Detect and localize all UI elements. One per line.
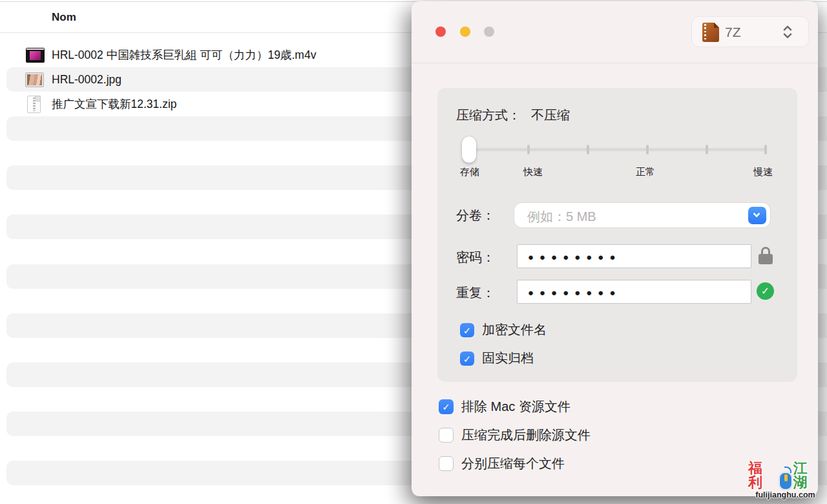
chevron-down-icon — [753, 210, 760, 217]
volumes-placeholder: 例如：5 MB — [527, 208, 596, 226]
image-thumbnail-icon — [26, 73, 43, 87]
titlebar-divider — [412, 63, 818, 63]
checkbox-exclude-mac-resources[interactable]: ✓ — [439, 399, 454, 414]
slider-tick — [706, 145, 708, 154]
compression-dialog: 7Z 压缩方式：不压缩 存储 快速 正常 慢速 分卷： 例如：5 MB — [412, 1, 818, 496]
slider-label-fast: 快速 — [523, 166, 543, 178]
checkbox-label: 加密文件名 — [482, 321, 547, 339]
slider-tick — [527, 145, 530, 154]
minimize-button[interactable] — [460, 26, 470, 37]
repeat-label: 重复： — [456, 284, 495, 302]
stepper-icon[interactable] — [782, 25, 794, 40]
volumes-input[interactable]: 例如：5 MB — [514, 202, 771, 228]
password-value: ●●●●●●●● — [528, 251, 621, 262]
checkbox-label: 固实归档 — [482, 350, 534, 367]
slider-track[interactable] — [469, 148, 766, 151]
option-compress-separately[interactable]: ✓ 分别压缩每个文件 — [439, 455, 565, 472]
7z-file-icon — [702, 23, 719, 42]
video-thumbnail-icon — [26, 48, 45, 63]
checkbox-solid-archive[interactable]: ✓ — [460, 352, 474, 366]
close-button[interactable] — [435, 26, 446, 37]
fullscreen-button[interactable] — [484, 26, 494, 37]
slider-label-store: 存储 — [460, 166, 479, 178]
compression-method-line: 压缩方式：不压缩 — [456, 107, 570, 124]
watermark: 福利 江湖 fulijianghu.com — [748, 461, 822, 499]
checkmark-icon: ✓ — [460, 323, 474, 337]
volumes-label: 分卷： — [456, 207, 495, 224]
checkbox-label: 分别压缩每个文件 — [461, 455, 565, 472]
watermark-text-red: 福利 — [748, 461, 778, 490]
watermark-domain: fulijianghu.com — [748, 490, 822, 499]
file-name: HRL-0002 中国雑技系巨乳組 可可（力力）19歳.m4v — [52, 47, 316, 63]
repeat-password-value: ●●●●●●●● — [528, 287, 621, 298]
option-exclude-mac-resources[interactable]: ✓ 排除 Mac 资源文件 — [439, 398, 571, 415]
format-value: 7Z — [725, 25, 741, 40]
options-panel: 压缩方式：不压缩 存储 快速 正常 慢速 分卷： 例如：5 MB 密码： ●●●… — [437, 88, 797, 382]
password-input[interactable]: ●●●●●●●● — [517, 244, 751, 268]
file-row-m4v[interactable]: HRL-0002 中国雑技系巨乳組 可可（力力）19歳.m4v — [0, 43, 414, 67]
repeat-password-input[interactable]: ●●●●●●●● — [517, 280, 751, 304]
file-row-zip[interactable]: 推广文宣下载新12.31.zip — [0, 92, 414, 116]
slider-thumb[interactable] — [462, 136, 476, 163]
slider-label-slow: 慢速 — [753, 166, 773, 178]
watermark-text-green: 江湖 — [793, 461, 822, 490]
option-solid-archive[interactable]: ✓ 固实归档 — [460, 350, 534, 367]
zip-document-icon — [27, 96, 41, 113]
checkbox-delete-source-after[interactable]: ✓ — [439, 428, 454, 443]
compression-slider[interactable] — [469, 136, 766, 164]
column-header-name[interactable]: Nom — [52, 11, 76, 24]
file-name: HRL-0002.jpg — [52, 73, 121, 87]
compression-method-value: 不压缩 — [531, 108, 570, 122]
checkmark-icon: ✓ — [460, 352, 474, 366]
checkbox-label: 压缩完成后删除源文件 — [461, 426, 591, 444]
file-row-jpg[interactable]: HRL-0002.jpg — [0, 67, 414, 92]
slider-label-normal: 正常 — [636, 166, 655, 178]
password-label: 密码： — [456, 249, 495, 266]
checkbox-encrypt-filenames[interactable]: ✓ — [460, 323, 474, 337]
compression-method-label: 压缩方式： — [456, 108, 521, 122]
checkbox-label: 排除 Mac 资源文件 — [461, 398, 571, 415]
slider-tick — [764, 145, 767, 154]
slider-tick — [587, 145, 589, 154]
green-check-icon: ✓ — [757, 282, 774, 300]
format-selector[interactable]: 7Z — [691, 16, 809, 47]
option-encrypt-filenames[interactable]: ✓ 加密文件名 — [460, 321, 547, 339]
mouse-icon — [779, 468, 793, 490]
slider-tick — [646, 145, 649, 154]
volumes-dropdown-button[interactable] — [748, 207, 766, 224]
checkmark-icon: ✓ — [439, 399, 454, 414]
file-name: 推广文宣下载新12.31.zip — [52, 96, 177, 112]
checkbox-compress-separately[interactable]: ✓ — [439, 456, 454, 471]
lock-icon — [759, 247, 773, 265]
option-delete-source-after[interactable]: ✓ 压缩完成后删除源文件 — [439, 426, 591, 444]
